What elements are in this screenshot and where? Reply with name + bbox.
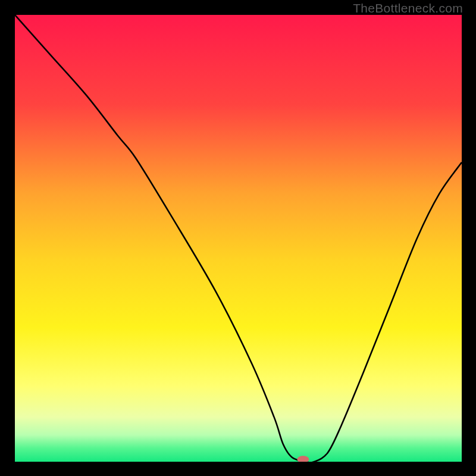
watermark-label: TheBottleneck.com — [353, 1, 463, 15]
chart-frame: TheBottleneck.com — [0, 0, 476, 476]
chart-background — [15, 15, 462, 462]
chart-plot-area — [15, 15, 462, 462]
chart-svg — [15, 15, 462, 462]
